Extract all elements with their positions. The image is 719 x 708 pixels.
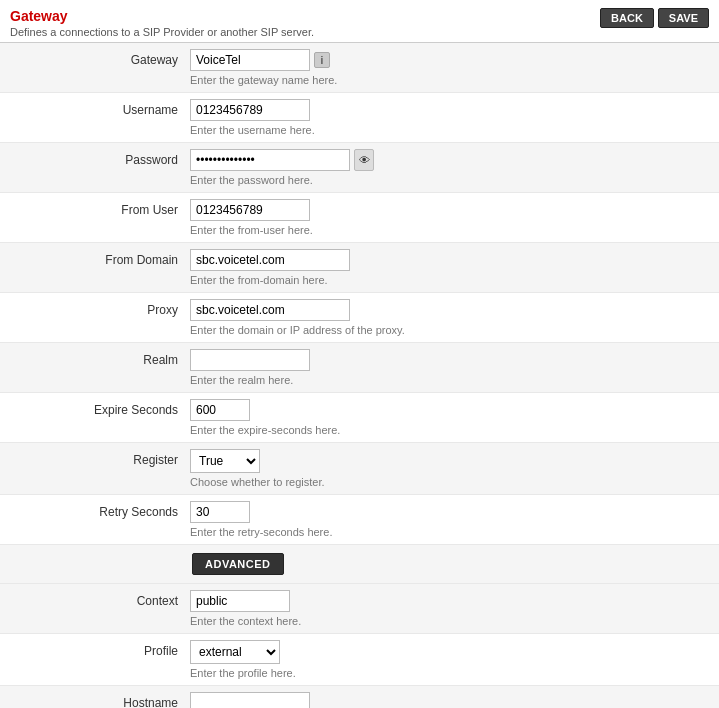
from-user-hint: Enter the from-user here. [190, 224, 709, 236]
from-user-row: From User Enter the from-user here. [0, 193, 719, 243]
retry-seconds-label: Retry Seconds [10, 501, 190, 519]
from-domain-label: From Domain [10, 249, 190, 267]
retry-seconds-hint: Enter the retry-seconds here. [190, 526, 709, 538]
realm-row: Realm Enter the realm here. [0, 343, 719, 393]
context-row: Context Enter the context here. [0, 584, 719, 634]
proxy-row: Proxy Enter the domain or IP address of … [0, 293, 719, 343]
register-field: True False Choose whether to register. [190, 449, 709, 488]
info-icon[interactable]: i [314, 52, 330, 68]
username-hint: Enter the username here. [190, 124, 709, 136]
advanced-row: ADVANCED [0, 545, 719, 584]
context-label: Context [10, 590, 190, 608]
header-buttons: BACK SAVE [600, 8, 709, 28]
hostname-label: Hostname [10, 692, 190, 708]
gateway-hint: Enter the gateway name here. [190, 74, 709, 86]
context-hint: Enter the context here. [190, 615, 709, 627]
from-user-input[interactable] [190, 199, 310, 221]
from-domain-hint: Enter the from-domain here. [190, 274, 709, 286]
page-subtitle: Defines a connections to a SIP Provider … [10, 26, 314, 38]
username-input[interactable] [190, 99, 310, 121]
gateway-input[interactable] [190, 49, 310, 71]
retry-seconds-row: Retry Seconds Enter the retry-seconds he… [0, 495, 719, 545]
save-button-top[interactable]: SAVE [658, 8, 709, 28]
profile-row: Profile external internal Enter the prof… [0, 634, 719, 686]
context-field: Enter the context here. [190, 590, 709, 627]
context-input[interactable] [190, 590, 290, 612]
from-domain-input[interactable] [190, 249, 350, 271]
realm-input[interactable] [190, 349, 310, 371]
back-button[interactable]: BACK [600, 8, 654, 28]
password-input[interactable] [190, 149, 350, 171]
password-field: 👁 Enter the password here. [190, 149, 709, 186]
expire-seconds-field: Enter the expire-seconds here. [190, 399, 709, 436]
username-field: Enter the username here. [190, 99, 709, 136]
show-password-icon[interactable]: 👁 [354, 149, 374, 171]
from-user-field: Enter the from-user here. [190, 199, 709, 236]
username-row: Username Enter the username here. [0, 93, 719, 143]
proxy-label: Proxy [10, 299, 190, 317]
realm-hint: Enter the realm here. [190, 374, 709, 386]
expire-seconds-input[interactable] [190, 399, 250, 421]
gateway-row: Gateway i Enter the gateway name here. [0, 43, 719, 93]
profile-select[interactable]: external internal [190, 640, 280, 664]
expire-seconds-row: Expire Seconds Enter the expire-seconds … [0, 393, 719, 443]
proxy-hint: Enter the domain or IP address of the pr… [190, 324, 709, 336]
gateway-field: i Enter the gateway name here. [190, 49, 709, 86]
realm-field: Enter the realm here. [190, 349, 709, 386]
expire-seconds-hint: Enter the expire-seconds here. [190, 424, 709, 436]
profile-label: Profile [10, 640, 190, 658]
hostname-field: Enter the hostname / switchname. [190, 692, 709, 708]
expire-seconds-label: Expire Seconds [10, 399, 190, 417]
page-header: Gateway Defines a connections to a SIP P… [0, 0, 719, 43]
register-row: Register True False Choose whether to re… [0, 443, 719, 495]
password-label: Password [10, 149, 190, 167]
username-label: Username [10, 99, 190, 117]
from-domain-field: Enter the from-domain here. [190, 249, 709, 286]
password-row: Password 👁 Enter the password here. [0, 143, 719, 193]
proxy-field: Enter the domain or IP address of the pr… [190, 299, 709, 336]
page-title: Gateway [10, 8, 314, 24]
register-hint: Choose whether to register. [190, 476, 709, 488]
from-domain-row: From Domain Enter the from-domain here. [0, 243, 719, 293]
register-label: Register [10, 449, 190, 467]
from-user-label: From User [10, 199, 190, 217]
profile-field: external internal Enter the profile here… [190, 640, 709, 679]
retry-seconds-field: Enter the retry-seconds here. [190, 501, 709, 538]
realm-label: Realm [10, 349, 190, 367]
retry-seconds-input[interactable] [190, 501, 250, 523]
proxy-input[interactable] [190, 299, 350, 321]
form-container: Gateway i Enter the gateway name here. U… [0, 43, 719, 545]
password-hint: Enter the password here. [190, 174, 709, 186]
gateway-label: Gateway [10, 49, 190, 67]
register-select[interactable]: True False [190, 449, 260, 473]
hostname-row: Hostname Enter the hostname / switchname… [0, 686, 719, 708]
profile-hint: Enter the profile here. [190, 667, 709, 679]
advanced-form-container: Context Enter the context here. Profile … [0, 584, 719, 708]
advanced-button[interactable]: ADVANCED [192, 553, 284, 575]
hostname-input[interactable] [190, 692, 310, 708]
